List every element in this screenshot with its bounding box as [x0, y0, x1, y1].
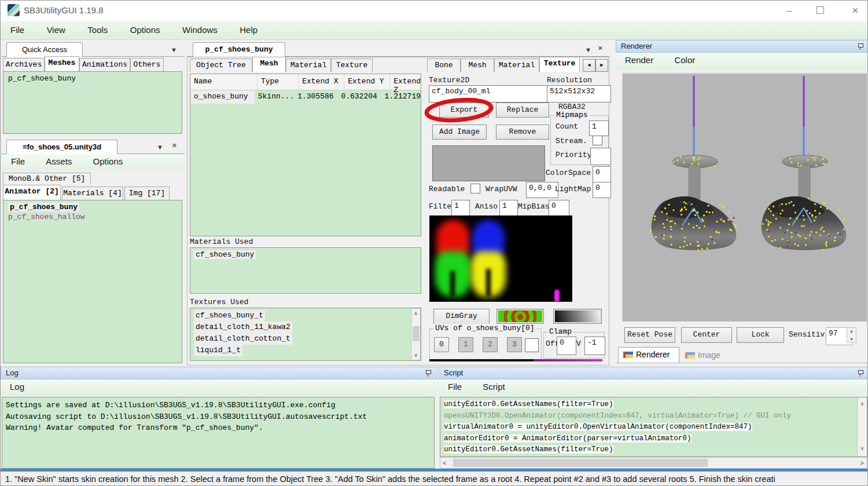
tab-animator[interactable]: Animator [2] — [3, 185, 61, 200]
list-item[interactable]: liquid_1_t — [194, 345, 242, 356]
scrollbar-thumb[interactable] — [453, 459, 708, 467]
archive-dropdown-icon[interactable]: ▼ — [157, 143, 163, 151]
menu-help[interactable]: Help — [230, 21, 267, 35]
maximize-button[interactable] — [816, 6, 824, 14]
uv-button-2[interactable]: 2 — [483, 337, 498, 352]
tab-archive-file[interactable]: ≡fo_shoes_05.unity3d — [6, 140, 117, 155]
tab-quick-access[interactable]: Quick Access — [6, 42, 83, 57]
texture2d-input[interactable]: cf_body_00_ml — [429, 85, 550, 103]
add-image-button[interactable]: Add Image — [432, 125, 487, 140]
mipbias-input[interactable]: 0 — [549, 200, 569, 216]
tab-bone[interactable]: Bone — [427, 59, 461, 72]
scroll-left-icon[interactable]: < — [443, 459, 446, 466]
tab-texture[interactable]: Texture — [331, 59, 373, 72]
renderer-viewport[interactable] — [621, 72, 867, 321]
list-item[interactable]: detail_cloth_cotton_t — [194, 333, 292, 345]
menu-file[interactable]: File — [1, 21, 34, 35]
uv-button-0[interactable]: 0 — [434, 337, 449, 352]
menu-options[interactable]: Options — [120, 21, 170, 35]
minimize-button[interactable]: – — [781, 4, 798, 17]
uv-checkbox[interactable] — [525, 338, 539, 352]
menu-windows[interactable]: Windows — [172, 21, 227, 35]
aniso-input[interactable]: 1 — [499, 200, 518, 216]
uv-button-1[interactable]: 1 — [458, 337, 473, 352]
uv-button-3[interactable]: 3 — [507, 337, 522, 352]
tab-meshes[interactable]: Meshes — [45, 56, 79, 71]
close-button[interactable]: × — [847, 4, 864, 17]
pin-icon[interactable] — [858, 370, 863, 377]
list-item[interactable]: detail_cloth_11_kawa2 — [194, 321, 292, 333]
remove-button[interactable]: Remove — [496, 125, 549, 140]
tab-editor-mesh-file[interactable]: p_cf_shoes_buny — [193, 42, 285, 57]
tab-img[interactable]: Img [17] — [124, 187, 170, 200]
tab-object-tree[interactable]: Object Tree — [190, 59, 252, 72]
archive-menu-file[interactable]: File — [2, 154, 34, 166]
tab-mesh2[interactable]: Mesh — [461, 59, 494, 72]
quick-access-dropdown-icon[interactable]: ▼ — [171, 46, 177, 54]
textures-scrollbar[interactable]: ∧ ∨ — [411, 308, 421, 360]
col-extend-z[interactable]: Extend Z — [390, 74, 421, 90]
replace-button[interactable]: Replace — [496, 103, 549, 118]
pin-icon[interactable] — [858, 43, 863, 50]
script-menu-file[interactable]: File — [439, 379, 471, 392]
scroll-right-icon[interactable]: > — [860, 459, 864, 466]
colorspace-input[interactable]: 0 — [593, 166, 611, 182]
texture-preview[interactable] — [429, 215, 572, 302]
editor-close-icon[interactable]: × — [598, 44, 603, 52]
tab-materials[interactable]: Materials [4] — [62, 187, 123, 200]
col-extend-x[interactable]: Extend X — [299, 74, 344, 90]
list-item[interactable]: p_cf_shoes_hallow — [3, 211, 182, 221]
gradient-swatch[interactable] — [554, 309, 601, 323]
archive-close-icon[interactable]: × — [172, 141, 177, 149]
list-item-selected[interactable]: p_cf_shoes_buny — [8, 203, 79, 211]
tab-archives[interactable]: Archives — [3, 58, 45, 71]
readable-checkbox[interactable] — [470, 184, 480, 193]
menu-tools[interactable]: Tools — [78, 21, 117, 35]
spin-up-icon[interactable]: ▲ — [847, 329, 856, 333]
dimgray-button[interactable]: DimGray — [433, 309, 490, 324]
renderer-menu-color[interactable]: Color — [665, 53, 704, 65]
lock-button[interactable]: Lock — [737, 327, 784, 343]
sensitivity-spinner[interactable]: ▲ ▼ — [847, 327, 856, 343]
table-row[interactable]: o_shoes_buny Skinn... 1.305586 0.632204 … — [190, 90, 421, 104]
count-input[interactable]: 1 — [589, 120, 609, 136]
preview-slider-handle[interactable] — [554, 290, 560, 302]
tab-scroll-right-button[interactable]: ► — [595, 59, 608, 72]
stream-checkbox[interactable] — [593, 136, 602, 145]
scroll-up-icon[interactable]: ∧ — [858, 399, 867, 411]
offset-u-input[interactable]: 0 — [557, 337, 576, 355]
priority-input[interactable] — [590, 148, 611, 165]
tab-image[interactable]: Image — [681, 348, 729, 363]
col-name[interactable]: Name — [190, 74, 258, 90]
tab-mesh[interactable]: Mesh — [252, 57, 286, 72]
center-button[interactable]: Center — [681, 327, 732, 343]
list-item[interactable]: p_cf_shoes_buny — [3, 72, 182, 83]
tab-animations[interactable]: Animations — [79, 58, 130, 71]
editor-dropdown-icon[interactable]: ▼ — [585, 46, 591, 54]
offset-v-input[interactable]: -1 — [584, 337, 605, 355]
filter-input[interactable]: 1 — [451, 200, 470, 216]
menu-view[interactable]: View — [37, 21, 75, 35]
list-item[interactable]: cf_shoes_buny — [194, 250, 256, 259]
pin-icon[interactable] — [425, 370, 431, 377]
archive-menu-options[interactable]: Options — [84, 154, 133, 166]
log-output[interactable]: Settings are saved at D:\illusion\SB3UGS… — [2, 397, 435, 469]
col-type[interactable]: Type — [258, 74, 299, 90]
renderer-menu-render[interactable]: Render — [616, 53, 663, 65]
scroll-up-icon[interactable]: ∧ — [411, 310, 420, 316]
tab-renderer[interactable]: Renderer — [618, 347, 679, 363]
spin-down-icon[interactable]: ▼ — [847, 337, 856, 341]
scroll-down-icon[interactable]: ∨ — [858, 444, 867, 455]
script-hscrollbar[interactable]: < > — [440, 457, 867, 469]
uv-trackbar-right[interactable] — [534, 359, 602, 361]
color-swirl-swatch[interactable] — [497, 309, 543, 323]
script-vscrollbar[interactable]: ∧ ∨ — [857, 397, 867, 456]
script-menu-script[interactable]: Script — [473, 379, 514, 392]
list-item[interactable]: cf_shoes_buny_t — [194, 310, 265, 321]
tab-scroll-left-button[interactable]: ◄ — [583, 59, 595, 72]
log-menu[interactable]: Log — [1, 379, 34, 392]
tab-material2[interactable]: Material — [494, 59, 539, 72]
reset-pose-button[interactable]: Reset Pose — [624, 327, 675, 343]
archive-menu-assets[interactable]: Assets — [36, 154, 81, 166]
scrollbar-thumb[interactable] — [413, 326, 420, 341]
